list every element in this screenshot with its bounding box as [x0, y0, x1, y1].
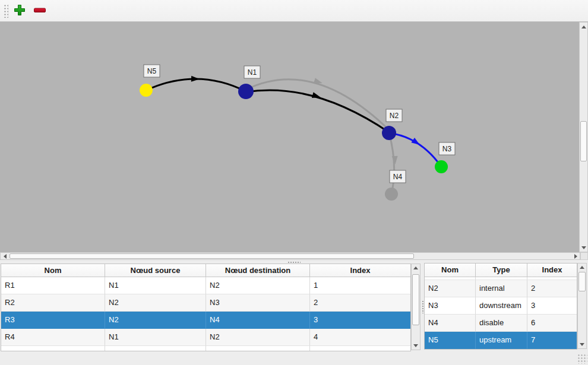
scrollbar-corner [580, 252, 588, 260]
table-row-R1[interactable]: R1N1N21 [1, 277, 410, 294]
table-row-N2[interactable]: N2internal2 [425, 280, 577, 297]
scroll-up-button[interactable] [412, 264, 420, 272]
empty-row[interactable] [1, 346, 410, 351]
column-header-index[interactable]: Index [310, 264, 410, 277]
nodes-scrollbar-thumb[interactable] [578, 272, 586, 291]
scroll-right-button[interactable] [571, 253, 580, 259]
table-cell[interactable]: R1 [1, 277, 105, 294]
table-cell[interactable]: disable [476, 315, 527, 332]
canvas-vertical-scrollbar[interactable] [579, 22, 588, 252]
graph-node-N5[interactable] [140, 84, 153, 97]
scroll-up-button[interactable] [578, 264, 586, 271]
table-row-R3[interactable]: R3N2N43 [1, 312, 410, 329]
table-cell[interactable]: N2 [206, 329, 310, 346]
triangle-up-icon [581, 26, 586, 28]
table-cell[interactable]: N3 [425, 297, 476, 315]
toolbar [0, 0, 588, 22]
table-cell[interactable]: N1 [105, 277, 206, 294]
table-row-N3[interactable]: N3downstream3 [425, 297, 577, 315]
splitter-handle-dots [287, 261, 301, 263]
graph-edge-N1-N2-b[interactable] [246, 80, 390, 131]
column-header-n-ud-source[interactable]: Nœud source [105, 264, 206, 277]
node-label-N5: N5 [147, 67, 157, 75]
toolbar-drag-handle[interactable] [3, 4, 8, 18]
triangle-down-icon [581, 246, 586, 249]
canvas-horizontal-scrollbar-thumb[interactable] [10, 253, 414, 259]
edge-arrow-icon [191, 76, 200, 82]
table-cell[interactable]: N3 [206, 294, 310, 312]
table-cell[interactable]: R2 [1, 294, 105, 312]
column-header-index[interactable]: Index [527, 264, 577, 277]
table-cell[interactable]: N2 [206, 277, 310, 294]
window-resize-grip[interactable] [577, 354, 587, 364]
scroll-left-button[interactable] [1, 253, 9, 259]
graph-canvas[interactable]: N5N1N2N3N4 [0, 22, 579, 252]
table-cell[interactable]: 6 [527, 315, 577, 332]
table-cell[interactable] [206, 346, 310, 351]
table-row-N5[interactable]: N5upstream7 [425, 332, 577, 349]
table-row-R2[interactable]: R2N2N32 [1, 294, 410, 312]
table-cell[interactable]: downstream [476, 297, 527, 315]
remove-button[interactable] [31, 2, 49, 20]
table-cell[interactable]: N2 [425, 280, 476, 297]
scroll-up-button[interactable] [580, 23, 587, 31]
canvas-vertical-scrollbar-thumb[interactable] [580, 121, 587, 161]
table-cell[interactable]: internal [476, 280, 527, 297]
routes-table: NomNœud sourceNœud destinationIndexR1N1N… [1, 264, 411, 351]
table-cell[interactable]: 2 [527, 280, 577, 297]
nodes-table: NomTypeIndexN2internal2N3downstream3N4di… [424, 263, 577, 350]
graph-edge-N5-N1[interactable] [146, 79, 246, 91]
plus-icon [13, 4, 26, 18]
scroll-down-button[interactable] [580, 243, 587, 252]
table-cell[interactable]: 2 [310, 294, 410, 312]
table-header: NomTypeIndex [425, 264, 577, 277]
triangle-right-icon [574, 254, 577, 259]
graph-node-N4[interactable] [385, 188, 398, 201]
routes-table-scrollbar[interactable] [411, 264, 421, 350]
graph-node-N3[interactable] [435, 160, 448, 173]
routes-scrollbar-thumb[interactable] [412, 274, 419, 325]
table-cell[interactable]: 4 [310, 329, 410, 346]
nodes-table-scrollbar[interactable] [577, 263, 587, 349]
table-cell[interactable]: 3 [527, 297, 577, 315]
table-cell[interactable]: R4 [1, 329, 105, 346]
table-cell[interactable]: N1 [105, 329, 206, 346]
table-cell[interactable]: 3 [310, 312, 410, 329]
table-cell[interactable]: N4 [425, 315, 476, 332]
table-cell[interactable]: N2 [105, 294, 206, 312]
canvas-horizontal-scrollbar[interactable] [0, 252, 580, 260]
table-row-R4[interactable]: R4N1N24 [1, 329, 410, 346]
column-header-nom[interactable]: Nom [1, 264, 105, 277]
triangle-up-icon [413, 266, 418, 269]
node-label-N2: N2 [390, 112, 399, 120]
table-cell[interactable] [310, 346, 410, 351]
column-header-type[interactable]: Type [476, 264, 527, 277]
node-label-N4: N4 [393, 173, 403, 181]
table-cell[interactable]: N4 [206, 312, 310, 329]
column-header-nom[interactable]: Nom [425, 264, 476, 277]
triangle-down-icon [413, 344, 418, 347]
scroll-down-button[interactable] [578, 341, 586, 348]
table-cell[interactable]: upstream [476, 332, 527, 349]
table-cell[interactable]: 1 [310, 277, 410, 294]
minus-icon [33, 4, 46, 18]
graph-node-N1[interactable] [238, 84, 254, 99]
graph-node-N2[interactable] [382, 126, 396, 140]
table-cell[interactable]: N5 [425, 332, 476, 349]
table-cell[interactable]: 7 [527, 332, 577, 349]
column-header-n-ud-destination[interactable]: Nœud destination [206, 264, 310, 277]
table-cell[interactable] [1, 346, 105, 351]
triangle-down-icon [580, 343, 584, 346]
splitter-handle-dots [422, 300, 423, 313]
node-label-N1: N1 [248, 68, 257, 77]
triangle-up-icon [580, 266, 584, 269]
table-cell[interactable]: R3 [1, 312, 105, 329]
graph-edge-N2-N3[interactable] [389, 133, 441, 167]
table-row-N4[interactable]: N4disable6 [425, 315, 577, 332]
table-cell[interactable] [105, 346, 206, 351]
graph-edge-N2-N4[interactable] [389, 133, 394, 194]
scroll-down-button[interactable] [412, 342, 420, 350]
add-button[interactable] [11, 2, 29, 20]
node-label-N3: N3 [442, 145, 452, 153]
table-cell[interactable]: N2 [105, 312, 206, 329]
